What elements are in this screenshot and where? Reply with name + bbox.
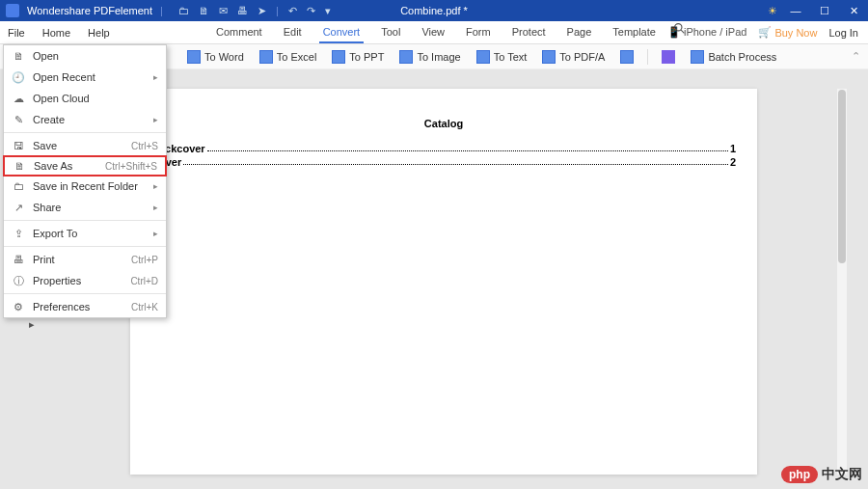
tab-edit[interactable]: Edit <box>280 22 306 43</box>
print-icon[interactable]: 🖶 <box>237 5 248 17</box>
folder-icon[interactable]: 🗀 <box>178 5 189 17</box>
to-text-button[interactable]: To Text <box>471 48 533 66</box>
watermark-badge: php <box>781 466 818 483</box>
dropdown-icon[interactable]: ▾ <box>325 5 331 17</box>
sidebar-toggle[interactable]: ▸ <box>29 318 35 331</box>
submenu-arrow-icon: ▸ <box>153 229 158 238</box>
menu-item-properties[interactable]: ⓘPropertiesCtrl+D <box>4 270 166 291</box>
tab-template[interactable]: Template <box>609 22 660 43</box>
menu-shortcut: Ctrl+Shift+S <box>105 161 157 172</box>
undo-icon[interactable]: ↶ <box>288 5 297 17</box>
tab-form[interactable]: Form <box>462 22 495 43</box>
menu-label: Export To <box>33 228 146 239</box>
word-icon <box>187 50 201 64</box>
prefs-icon: ⚙ <box>12 300 25 313</box>
tab-convert[interactable]: Convert <box>319 22 365 43</box>
menu-item-save[interactable]: 🖫SaveCtrl+S <box>4 135 166 156</box>
menu-item-share[interactable]: ↗Share▸ <box>4 197 166 218</box>
toc-leader <box>183 156 728 165</box>
menu-label: Open Cloud <box>33 93 158 104</box>
redo-icon[interactable]: ↷ <box>307 5 315 17</box>
collapse-ribbon-icon[interactable]: ⌃ <box>852 50 860 63</box>
menu-label: Share <box>33 202 146 213</box>
cart-icon: 🛒 <box>758 26 772 39</box>
file-menu-dropdown: 🗎Open🕘Open Recent▸☁Open Cloud✎Create▸🖫Sa… <box>3 44 167 318</box>
text-icon <box>476 50 490 64</box>
app-logo-icon <box>6 4 19 17</box>
vertical-scrollbar[interactable] <box>837 89 847 475</box>
submenu-arrow-icon: ▸ <box>153 181 158 191</box>
share-icon: ↗ <box>12 201 25 214</box>
menu-item-preferences[interactable]: ⚙PreferencesCtrl+K <box>4 296 166 317</box>
menu-item-print[interactable]: 🖶PrintCtrl+P <box>4 249 166 270</box>
menu-separator <box>4 293 166 294</box>
menu-label: Create <box>33 114 146 125</box>
quick-access-toolbar: 🗀 🗎 ✉ 🖶 ➤ | ↶ ↷ ▾ <box>178 5 331 17</box>
menu-bar: File Home Help Comment Edit Convert Tool… <box>0 21 868 44</box>
menu-label: Save As <box>34 160 97 172</box>
theme-icon[interactable]: ☀ <box>768 5 777 17</box>
to-pdfa-button[interactable]: To PDF/A <box>536 48 610 66</box>
submenu-arrow-icon: ▸ <box>153 115 158 124</box>
submenu-arrow-icon: ▸ <box>153 203 158 212</box>
more-button[interactable] <box>614 48 639 66</box>
menu-item-open[interactable]: 🗎Open <box>4 45 166 67</box>
buy-now-link[interactable]: 🛒Buy Now <box>758 26 817 39</box>
batch-icon <box>691 50 704 64</box>
saveas-icon: 🗎 <box>13 159 26 173</box>
tab-page[interactable]: Page <box>563 22 596 43</box>
device-link[interactable]: 📱iPhone / iPad <box>667 26 746 39</box>
tab-view[interactable]: View <box>418 22 448 43</box>
export-icon: ⇪ <box>12 227 25 240</box>
menu-help[interactable]: Help <box>86 23 112 42</box>
scrollbar-thumb[interactable] <box>838 90 846 263</box>
toc-page: 1 <box>730 143 736 154</box>
menu-item-save-as[interactable]: 🗎Save AsCtrl+Shift+S <box>3 155 167 177</box>
pdfa-icon <box>542 50 556 64</box>
minimize-button[interactable]: — <box>785 3 806 18</box>
menu-separator <box>4 132 166 133</box>
props-icon: ⓘ <box>12 274 25 287</box>
menu-separator <box>4 246 166 247</box>
send-icon[interactable]: ➤ <box>258 5 266 17</box>
menu-shortcut: Ctrl+D <box>130 276 158 286</box>
recentf-icon: 🗀 <box>12 179 25 193</box>
menu-label: Print <box>33 254 123 265</box>
tab-protect[interactable]: Protect <box>508 22 550 43</box>
title-bar: Wondershare PDFelement | 🗀 🗎 ✉ 🖶 ➤ | ↶ ↷… <box>0 0 868 21</box>
toc-leader <box>207 143 728 151</box>
watermark-text: 中文网 <box>822 466 862 483</box>
ribbon-tabs: Comment Edit Convert Tool View Form Prot… <box>212 22 686 43</box>
maximize-button[interactable]: ☐ <box>814 3 835 18</box>
create-icon: ✎ <box>12 113 25 126</box>
menu-item-export-to[interactable]: ⇪Export To▸ <box>4 223 166 244</box>
menu-label: Preferences <box>33 301 123 312</box>
hex-icon <box>662 50 675 64</box>
separator <box>647 49 648 65</box>
main-menu: File Home Help <box>6 23 112 42</box>
doc-title: Catalog <box>151 118 736 129</box>
menu-item-create[interactable]: ✎Create▸ <box>4 109 166 130</box>
to-word-button[interactable]: To Word <box>181 48 250 66</box>
recent-icon: 🕘 <box>12 70 25 84</box>
save-icon[interactable]: 🗎 <box>199 5 209 17</box>
tab-tool[interactable]: Tool <box>377 22 404 43</box>
to-ppt-button[interactable]: To PPT <box>326 48 390 66</box>
menu-home[interactable]: Home <box>41 23 72 42</box>
menu-item-open-recent[interactable]: 🕘Open Recent▸ <box>4 67 166 88</box>
mail-icon[interactable]: ✉ <box>219 5 228 17</box>
close-button[interactable]: ✕ <box>843 3 864 18</box>
tab-comment[interactable]: Comment <box>212 22 266 43</box>
extra-button[interactable] <box>656 48 681 66</box>
to-excel-button[interactable]: To Excel <box>254 48 323 66</box>
batch-process-button[interactable]: Batch Process <box>685 48 782 66</box>
submenu-arrow-icon: ▸ <box>153 72 158 82</box>
open-icon: 🗎 <box>12 49 25 63</box>
to-image-button[interactable]: To Image <box>393 48 466 66</box>
menu-item-save-in-recent-folder[interactable]: 🗀Save in Recent Folder▸ <box>4 176 166 197</box>
menu-file[interactable]: File <box>6 23 27 42</box>
login-link[interactable]: Log In <box>828 27 858 39</box>
save-icon: 🖫 <box>12 139 25 152</box>
more-icon <box>620 50 634 64</box>
menu-item-open-cloud[interactable]: ☁Open Cloud <box>4 88 166 109</box>
